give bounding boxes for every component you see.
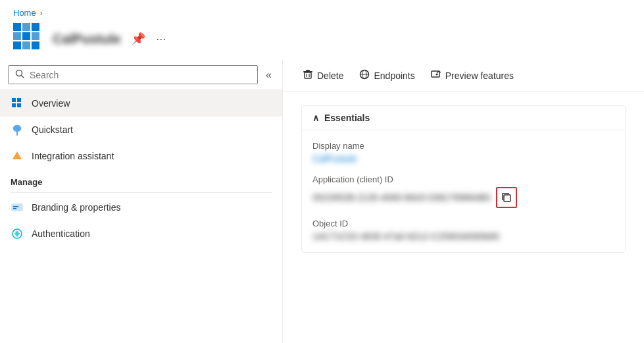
endpoints-button[interactable]: Endpoints: [353, 65, 421, 86]
essentials-header[interactable]: ∧ Essentials: [302, 106, 625, 130]
svg-rect-10: [13, 206, 18, 207]
quickstart-icon: [11, 123, 24, 136]
svg-rect-23: [504, 195, 510, 201]
svg-rect-15: [305, 72, 311, 78]
sidebar-item-label-branding: Branding & properties: [32, 202, 120, 213]
app-header: CalPustule 📌 ···: [13, 20, 631, 55]
sidebar-item-label-integration: Integration assistant: [32, 151, 114, 161]
client-id-value: 0523952B-2135-4060-8643-0381799664B0: [312, 192, 491, 203]
svg-line-1: [22, 76, 24, 78]
manage-section-title: Manage: [0, 169, 282, 191]
app-name: CalPustule: [53, 32, 120, 47]
svg-point-6: [13, 125, 21, 132]
sidebar-item-integration[interactable]: Integration assistant: [0, 143, 282, 169]
sidebar-item-label-quickstart: Quickstart: [32, 124, 73, 135]
breadcrumb-separator: ›: [40, 9, 43, 18]
endpoints-label: Endpoints: [374, 70, 414, 81]
svg-point-22: [435, 74, 437, 76]
delete-button[interactable]: Delete: [296, 65, 350, 86]
sidebar-item-label-authentication: Authentication: [32, 228, 90, 239]
essentials-section: ∧ Essentials Display name CalPustule App…: [301, 105, 626, 253]
app-header-actions: 📌 ···: [131, 32, 166, 46]
field-display-name: Display name CalPustule: [312, 141, 614, 164]
preview-icon: [431, 69, 441, 82]
search-input-wrapper[interactable]: [8, 65, 258, 84]
sidebar-item-overview[interactable]: Overview: [0, 90, 282, 117]
overview-icon: [11, 97, 24, 110]
sidebar-item-authentication[interactable]: Authentication: [0, 221, 282, 247]
page-header: Home › CalPustule 📌 ···: [0, 0, 644, 60]
integration-icon: [11, 149, 24, 163]
app-grid-icon: [13, 23, 39, 49]
svg-rect-5: [17, 103, 21, 107]
client-id-label: Application (client) ID: [312, 174, 614, 184]
object-id-label: Object ID: [312, 219, 614, 228]
display-name-label: Display name: [312, 141, 614, 151]
essentials-content: Display name CalPustule Application (cli…: [302, 130, 625, 252]
field-client-id: Application (client) ID 0523952B-2135-40…: [312, 174, 614, 208]
breadcrumb-home[interactable]: Home: [13, 8, 36, 18]
object-id-value: 1AC71C02-4630-47a0-8212-C259034060b80: [312, 231, 614, 242]
search-input[interactable]: [30, 70, 251, 80]
app-icon: [13, 23, 45, 55]
preview-features-label: Preview features: [445, 70, 514, 81]
svg-rect-11: [13, 208, 16, 209]
more-options-icon[interactable]: ···: [156, 32, 166, 46]
client-id-row: 0523952B-2135-4060-8643-0381799664B0: [312, 187, 614, 208]
svg-rect-9: [12, 204, 22, 211]
branding-icon: [11, 201, 24, 214]
breadcrumb: Home ›: [13, 8, 631, 18]
svg-rect-4: [12, 103, 16, 107]
main-layout: « Overview: [0, 60, 644, 343]
essentials-title: Essentials: [324, 113, 370, 123]
preview-features-button[interactable]: Preview features: [424, 65, 520, 86]
copy-client-id-button[interactable]: [496, 187, 517, 208]
content-area: Delete Endpoints: [283, 60, 644, 343]
search-bar-row: «: [0, 60, 282, 90]
collapse-sidebar-button[interactable]: «: [263, 66, 274, 84]
pin-icon[interactable]: 📌: [131, 32, 145, 46]
essentials-chevron: ∧: [312, 113, 319, 123]
svg-rect-2: [12, 98, 16, 102]
authentication-icon: [11, 227, 24, 240]
toolbar: Delete Endpoints: [283, 60, 644, 92]
svg-rect-13: [306, 70, 310, 71]
endpoints-icon: [359, 69, 370, 82]
delete-icon: [303, 69, 313, 82]
sidebar-item-branding[interactable]: Branding & properties: [0, 194, 282, 221]
sidebar-item-label-overview: Overview: [32, 98, 70, 109]
search-icon: [15, 69, 24, 80]
display-name-value: CalPustule: [312, 153, 614, 164]
sidebar: « Overview: [0, 60, 283, 343]
svg-rect-3: [17, 98, 21, 102]
sidebar-nav: Overview Quickstart: [0, 90, 282, 343]
delete-label: Delete: [317, 70, 343, 81]
manage-divider: [11, 192, 272, 193]
sidebar-item-quickstart[interactable]: Quickstart: [0, 117, 282, 143]
field-object-id: Object ID 1AC71C02-4630-47a0-8212-C25903…: [312, 219, 614, 242]
content-body: ∧ Essentials Display name CalPustule App…: [283, 92, 644, 343]
